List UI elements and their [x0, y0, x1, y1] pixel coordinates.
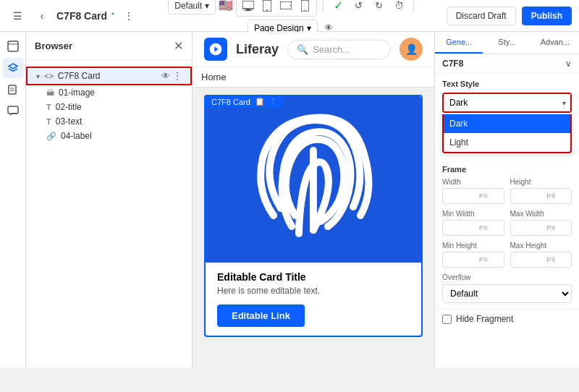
min-height-label: Min Height	[442, 242, 504, 250]
width-field: Width PX	[442, 178, 504, 204]
discard-draft-button[interactable]: Discard Draft	[447, 7, 516, 25]
min-width-field: Min Width PX	[442, 210, 504, 236]
page-variant-select[interactable]: Default ▾	[168, 0, 216, 14]
height-value[interactable]	[515, 192, 544, 200]
tree-item-label: C7F8 Card	[58, 71, 101, 81]
min-height-unit: PX	[479, 256, 488, 263]
tree-item-image[interactable]: 🏔 01-image	[26, 85, 192, 100]
more-options-button[interactable]: ⋮	[119, 6, 139, 26]
pages-icon[interactable]	[3, 80, 23, 100]
text-icon: T	[46, 103, 51, 111]
max-height-value[interactable]	[515, 255, 544, 264]
width-height-row: Width PX Height PX	[442, 178, 572, 204]
svg-rect-14	[8, 106, 18, 114]
fragment-wrapper: C7F8 Card 📋 ⋮	[204, 95, 423, 337]
tab-advanced[interactable]: Advan...	[531, 32, 579, 54]
separator	[323, 0, 324, 13]
back-button[interactable]: ‹	[32, 6, 52, 26]
liferay-header: Liferay 🔍 Search... 👤	[193, 32, 434, 67]
tree-item-title[interactable]: T 02-title	[26, 100, 192, 114]
card-text[interactable]: Here is some editable text.	[217, 286, 410, 296]
undo-icon[interactable]: ↺	[350, 0, 367, 14]
min-width-value[interactable]	[447, 223, 476, 232]
sidebar-toggle-button[interactable]: ☰	[7, 6, 28, 26]
max-height-unit: PX	[547, 256, 556, 263]
tree-item-text[interactable]: T 03-text	[26, 114, 192, 129]
desktop-icon[interactable]	[240, 0, 257, 14]
language-flag[interactable]: 🇺🇸	[219, 0, 233, 12]
browser-tree: ▾ <> C7F8 Card 👁 ⋮ 🏔 01-image T 02-title…	[26, 61, 192, 149]
max-width-value[interactable]	[515, 223, 544, 232]
history-icon[interactable]: ⏱	[390, 0, 407, 14]
dropdown-option-light[interactable]: Light	[444, 133, 570, 152]
svg-rect-11	[9, 85, 16, 94]
layers-icon[interactable]	[3, 58, 23, 78]
item-more-icon[interactable]: ⋮	[173, 71, 182, 81]
redo-icon[interactable]: ↻	[370, 0, 387, 14]
hide-fragment-checkbox[interactable]	[442, 315, 452, 324]
max-height-input[interactable]: PX	[510, 252, 572, 268]
tablet-icon[interactable]	[258, 0, 276, 14]
svg-point-8	[304, 9, 305, 11]
min-width-unit: PX	[479, 224, 488, 231]
text-style-dropdown[interactable]: Dark Light ▾	[442, 93, 572, 113]
overflow-label: Overflow	[442, 273, 572, 281]
check-icon[interactable]: ✓	[329, 0, 347, 14]
link-icon: 🔗	[46, 132, 56, 141]
hide-fragment-label: Hide Fragment	[456, 314, 513, 324]
width-value[interactable]	[447, 192, 476, 200]
fragment-more-icon[interactable]: ⋮	[269, 97, 277, 106]
top-bar-left: ☰ ‹ C7F8 Card* ⋮	[7, 6, 139, 26]
min-height-input[interactable]: PX	[442, 252, 504, 268]
code-icon: <>	[44, 72, 54, 80]
mobile-portrait-icon[interactable]	[296, 0, 313, 14]
dropdown-options-list: Dark Light	[442, 114, 572, 153]
comments-icon[interactable]	[3, 101, 23, 122]
min-height-value[interactable]	[447, 255, 476, 264]
close-browser-button[interactable]: ✕	[174, 39, 183, 53]
text-style-select[interactable]: Dark Light	[444, 94, 570, 111]
fragment-name: C7F8 Card	[211, 98, 250, 106]
publish-button[interactable]: Publish	[522, 7, 572, 25]
user-avatar[interactable]: 👤	[400, 38, 423, 61]
top-bar-center: Default ▾ 🇺🇸 ✓ ↺ ↻ ⏱ Page Design	[143, 0, 442, 37]
overflow-select[interactable]: Default	[442, 284, 572, 303]
frame-label: Frame	[442, 165, 572, 174]
max-width-field: Max Width PX	[510, 210, 572, 236]
dropdown-option-dark[interactable]: Dark	[444, 114, 570, 133]
min-width-input[interactable]: PX	[442, 220, 504, 236]
search-bar[interactable]: 🔍 Search...	[287, 40, 391, 59]
max-width-label: Max Width	[510, 210, 572, 218]
width-input[interactable]: PX	[442, 188, 504, 204]
max-height-field: Max Height PX	[510, 242, 572, 268]
tree-item-c7f8[interactable]: ▾ <> C7F8 Card 👁 ⋮	[26, 67, 192, 85]
right-panel: Gene... Sty... Advan... C7F8 ∨ Text Styl…	[434, 32, 579, 367]
min-max-height-row: Min Height PX Max Height PX	[442, 242, 572, 268]
card-title[interactable]: Editable Card Title	[217, 271, 410, 283]
tab-general[interactable]: Gene...	[435, 32, 483, 54]
svg-rect-1	[246, 9, 250, 10]
max-width-input[interactable]: PX	[510, 220, 572, 236]
min-width-label: Min Width	[442, 210, 504, 218]
svg-point-4	[266, 9, 268, 11]
search-placeholder: Search...	[313, 44, 350, 55]
mobile-landscape-icon[interactable]	[277, 0, 295, 14]
browser-icon[interactable]	[3, 36, 23, 56]
canvas-breadcrumb-bar: Home	[193, 67, 434, 88]
text-label: 03-text	[56, 116, 83, 127]
frame-section: Frame Width PX Height PX	[435, 159, 579, 310]
page-title: C7F8 Card	[56, 10, 107, 22]
tree-item-label[interactable]: 🔗 04-label	[26, 129, 192, 143]
tree-item-actions: 👁 ⋮	[161, 71, 182, 81]
visibility-icon[interactable]: 👁	[161, 71, 170, 81]
fragment-edit-icon[interactable]: 📋	[255, 97, 265, 106]
card-content: Editable Card Title Here is some editabl…	[206, 96, 421, 336]
text-style-label: Text Style	[442, 80, 572, 88]
tab-styles[interactable]: Sty...	[483, 32, 531, 54]
tree-toggle-icon[interactable]: ▾	[36, 72, 40, 80]
card-link-button[interactable]: Editable Link	[217, 304, 305, 327]
collapse-icon[interactable]: ∨	[565, 59, 572, 69]
height-input[interactable]: PX	[510, 188, 572, 204]
width-label: Width	[442, 178, 504, 186]
left-icon-strip	[0, 32, 26, 367]
